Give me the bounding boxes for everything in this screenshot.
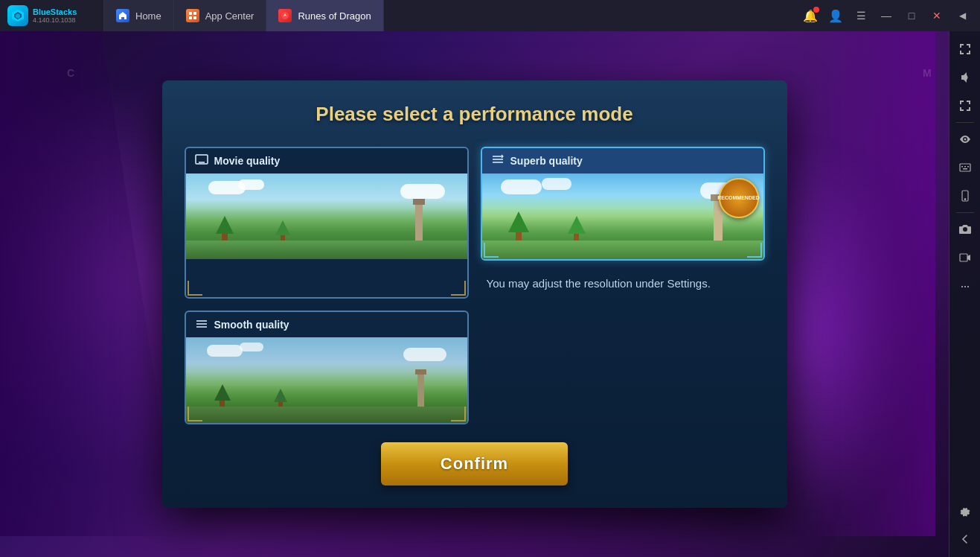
tab-home[interactable]: Home [104,0,174,31]
movie-quality-label: Movie quality [214,155,281,167]
movie-quality-option[interactable]: Movie quality [185,147,469,299]
sidebar-phone-button[interactable] [953,184,977,208]
sidebar-volume-button[interactable] [953,66,977,89]
corner-br-smooth [451,407,466,421]
corner-br-movie [451,281,466,296]
main-content: Please select a performance mode Movie [0,31,949,557]
taskbar-spacer [384,0,792,31]
svg-rect-15 [960,254,967,261]
movie-quality-icon [195,154,208,168]
confirm-button[interactable]: Confirm [381,442,568,486]
resolution-info-text: You may adjust the resolution under Sett… [481,270,765,299]
dialog-overlay: Please select a performance mode Movie [0,31,949,557]
corner-bl-superb [484,243,499,258]
bluestacks-name: BlueStacks [33,7,77,16]
home-tab-label: Home [135,10,161,22]
corner-br-superb [747,243,762,258]
svg-rect-11 [967,166,969,168]
svg-rect-3 [189,12,192,15]
svg-point-14 [964,199,966,200]
bluestacks-icon [7,5,28,26]
maximize-button[interactable]: □ [900,5,923,26]
superb-quality-option[interactable]: Superb quality [481,147,765,261]
sidebar-camera-button[interactable] [953,217,977,241]
close-button[interactable]: ✕ [925,5,949,26]
right-sidebar: ··· [949,31,980,557]
recommended-badge-text: Recommended [717,195,759,201]
performance-dialog: Please select a performance mode Movie [162,80,787,508]
appcenter-tab-icon [186,9,199,22]
superb-quality-icon [491,154,505,168]
recommended-badge: Recommended [719,178,759,218]
dialog-title: Please select a performance mode [185,103,765,126]
corner-bl-smooth [188,407,202,421]
dragon-tab-label: Runes of Dragon [298,10,371,22]
svg-rect-12 [963,168,967,170]
menu-button[interactable]: ☰ [849,5,873,26]
home-tab-icon [116,9,129,22]
notification-button[interactable]: 🔔 [798,5,822,26]
collapse-button[interactable]: ◀ [950,5,974,26]
svg-rect-6 [193,16,196,19]
sidebar-settings-button[interactable] [953,499,977,523]
sidebar-keyboard-button[interactable] [953,156,977,179]
tab-dragon[interactable]: Runes of Dragon [266,0,383,31]
superb-quality-header: Superb quality [482,148,763,174]
bluestacks-text: BlueStacks 4.140.10.1038 [33,7,77,24]
svg-rect-4 [193,12,196,15]
svg-point-7 [964,139,966,141]
superb-quality-thumbnail: Recommended [482,174,763,259]
smooth-quality-icon [195,318,208,331]
minimize-button[interactable]: — [874,5,898,26]
svg-rect-9 [961,166,963,168]
appcenter-tab-label: App Center [205,10,254,22]
smooth-quality-option[interactable]: Smooth quality [185,311,469,424]
sidebar-expand-button[interactable] [953,37,977,61]
sidebar-back-button[interactable] [953,527,977,551]
sidebar-fullscreen-button[interactable] [953,94,977,118]
sidebar-separator-1 [956,122,974,123]
smooth-quality-label: Smooth quality [214,319,289,331]
bluestacks-version: 4.140.10.1038 [33,16,77,24]
confirm-button-row: Confirm [185,442,765,486]
empty-cell [481,311,765,424]
taskbar-controls: 🔔 👤 ☰ — □ ✕ ◀ [792,0,980,31]
smooth-quality-header: Smooth quality [186,312,467,337]
corner-bl-movie [188,281,202,296]
movie-quality-header: Movie quality [186,148,467,174]
taskbar: BlueStacks 4.140.10.1038 Home App Center [0,0,980,31]
profile-button[interactable]: 👤 [824,5,848,26]
tab-appcenter[interactable]: App Center [174,0,267,31]
sidebar-separator-2 [956,212,974,213]
smooth-quality-thumbnail [186,337,467,423]
sidebar-more-button[interactable]: ··· [953,274,977,298]
sidebar-record-button[interactable] [953,246,977,270]
movie-quality-thumbnail [186,174,467,259]
svg-rect-5 [189,16,192,19]
dragon-tab-icon [278,9,292,22]
right-column: Superb quality [481,147,765,299]
bluestacks-logo: BlueStacks 4.140.10.1038 [0,0,104,31]
svg-rect-8 [960,164,970,171]
sidebar-visibility-button[interactable] [953,127,977,151]
superb-quality-label: Superb quality [510,155,583,167]
svg-rect-10 [964,166,966,168]
dialog-options: Movie quality [185,147,765,424]
